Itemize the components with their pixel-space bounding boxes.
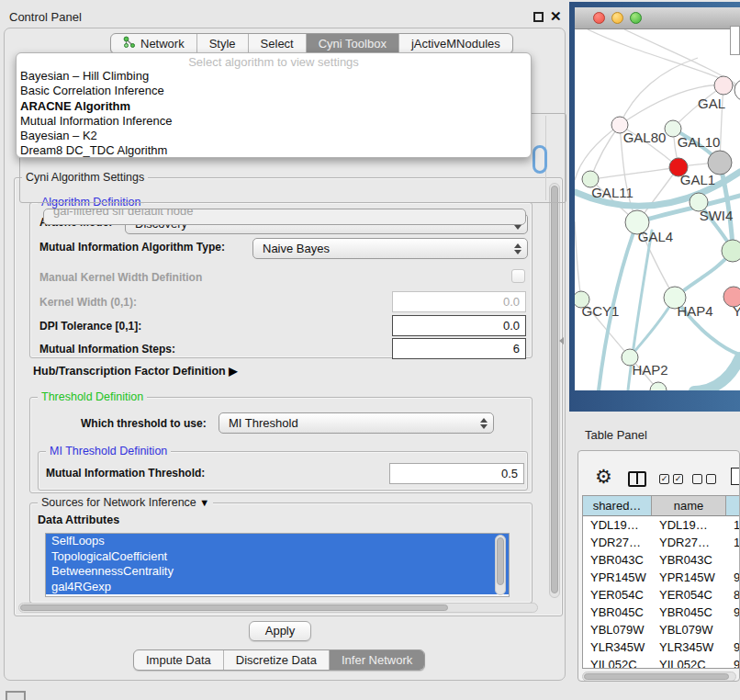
tab-network[interactable]: Network: [111, 34, 196, 53]
table-cell[interactable]: YDR27…: [652, 534, 726, 551]
table-cell[interactable]: YER054C: [652, 586, 726, 604]
table-cell[interactable]: YBR045C: [652, 604, 726, 621]
tab-impute-data[interactable]: Impute Data: [134, 650, 223, 670]
collapse-down-icon[interactable]: ▼: [199, 497, 209, 508]
table-cell[interactable]: YBL079W: [583, 621, 652, 638]
table-row[interactable]: YIL052CYIL052C9.: [583, 656, 740, 669]
table-cell[interactable]: YBL079W: [652, 621, 726, 638]
table-cell[interactable]: 9.: [726, 604, 740, 621]
tab-select[interactable]: Select: [248, 34, 306, 53]
attribute-item-selfloops[interactable]: SelfLoops: [46, 534, 509, 549]
settings-horizontal-scrollbar[interactable]: [18, 603, 538, 613]
network-window-titlebar[interactable]: [575, 7, 740, 29]
tab-cyni-toolbox[interactable]: Cyni Toolbox: [306, 34, 398, 53]
algorithm-option-aracne-algorithm[interactable]: ARACNE Algorithm: [17, 99, 531, 114]
page-icon[interactable]: [731, 468, 740, 485]
table-cell[interactable]: 12: [726, 534, 740, 551]
close-traffic-light-icon[interactable]: [593, 12, 605, 24]
table-row[interactable]: YBR043CYBR043C: [583, 551, 740, 569]
hub-definition-toggle[interactable]: Hub/Transcription Factor Definition ▶: [33, 365, 237, 378]
table-cell[interactable]: 9.: [726, 569, 740, 586]
kernel-width-field[interactable]: 0.0: [392, 291, 526, 312]
network-edge[interactable]: [590, 125, 620, 179]
table-cell[interactable]: YBR043C: [652, 551, 726, 569]
attribute-item-betweennesscentrality[interactable]: BetweennessCentrality: [46, 564, 509, 580]
attribute-item-topologicalcoefficient[interactable]: TopologicalCoefficient: [46, 549, 509, 565]
table-cell[interactable]: [726, 551, 740, 569]
column-header-shared[interactable]: shared…: [583, 496, 652, 516]
table-cell[interactable]: 13: [726, 516, 740, 534]
algorithm-option-bayesian-hill-climbing[interactable]: Bayesian – Hill Climbing: [17, 69, 531, 84]
table-cell[interactable]: 8.: [726, 586, 740, 604]
algorithm-option-dream8-dc-tdc-algorithm[interactable]: Dream8 DC_TDC Algorithm: [17, 143, 531, 158]
network-edge[interactable]: [590, 167, 678, 179]
network-edge[interactable]: [575, 125, 620, 180]
network-selector-combobox[interactable]: gal-filtered sif default node: [43, 209, 526, 225]
table-cell[interactable]: YDR27…: [583, 534, 652, 551]
expand-right-icon[interactable]: ▶: [229, 365, 237, 378]
deselect-all-icon[interactable]: [706, 474, 716, 484]
mi-steps-field[interactable]: 6: [392, 338, 526, 359]
column-header-name[interactable]: name: [652, 496, 726, 516]
table-cell[interactable]: YBR045C: [583, 604, 652, 621]
algorithm-option-bayesian-k2[interactable]: Bayesian – K2: [17, 129, 531, 143]
network-node-gal[interactable]: [714, 76, 733, 95]
minimized-panel-icon[interactable]: [6, 691, 26, 700]
table-row[interactable]: YBL079WYBL079W: [583, 621, 740, 638]
network-node[interactable]: [734, 79, 740, 101]
minimize-traffic-light-icon[interactable]: [611, 12, 623, 24]
network-node[interactable]: [722, 240, 740, 262]
table-row[interactable]: YPR145WYPR145W9.: [583, 569, 740, 586]
split-pane-collapse-icon[interactable]: [559, 337, 564, 344]
table-row[interactable]: YER054CYER054C8.: [583, 586, 740, 604]
sources-group-toggle[interactable]: Sources for Network Inference ▼: [38, 496, 213, 509]
float-window-icon[interactable]: [533, 12, 544, 22]
table-cell[interactable]: [726, 621, 740, 638]
table-cell[interactable]: 9.: [726, 656, 740, 669]
gear-icon[interactable]: ⚙: [595, 466, 612, 488]
split-columns-icon[interactable]: [628, 471, 646, 487]
table-row[interactable]: YDR27…YDR27…12: [583, 534, 740, 551]
table-cell[interactable]: YIL052C: [583, 656, 652, 669]
attribute-list-scrollbar[interactable]: [495, 535, 506, 595]
table-horizontal-scrollbar[interactable]: [582, 672, 736, 682]
select-all-icon[interactable]: ✓: [659, 474, 669, 484]
settings-vertical-scrollbar[interactable]: [549, 183, 560, 598]
table-cell[interactable]: YDL19…: [583, 516, 652, 534]
deselect-all-icon[interactable]: [692, 474, 702, 484]
table-cell[interactable]: YDL19…: [652, 516, 726, 534]
table-cell[interactable]: YPR145W: [583, 569, 652, 586]
table-cell[interactable]: YER054C: [583, 586, 652, 604]
tab-infer-network[interactable]: Infer Network: [329, 650, 424, 670]
table-row[interactable]: YLR345WYLR345W9.: [583, 638, 740, 656]
manual-kernel-checkbox[interactable]: [511, 269, 525, 283]
network-canvas[interactable]: GALGAL80GAL10GAL1GAL11SWI4GAL4GCY1HAP4YH…: [575, 29, 740, 390]
table-row[interactable]: YBR045CYBR045C9.: [583, 604, 740, 621]
tab-style[interactable]: Style: [196, 34, 248, 53]
zoom-traffic-light-icon[interactable]: [630, 12, 642, 24]
dpi-tolerance-field[interactable]: 0.0: [392, 315, 526, 336]
table-cell[interactable]: 9.: [726, 638, 740, 656]
which-threshold-combobox[interactable]: MI Threshold: [219, 412, 494, 434]
network-edge[interactable]: [575, 221, 581, 299]
column-header-a[interactable]: A: [726, 496, 740, 516]
select-all-icon[interactable]: ✓: [673, 474, 683, 484]
tab-jactivemnodules[interactable]: jActiveMNodules: [398, 34, 512, 53]
focused-combobox-fragment[interactable]: [533, 145, 547, 174]
apply-button[interactable]: Apply: [249, 621, 311, 641]
tab-discretize-data[interactable]: Discretize Data: [223, 650, 329, 670]
table-cell[interactable]: YPR145W: [652, 569, 726, 586]
algorithm-option-basic-correlation-inference[interactable]: Basic Correlation Inference: [17, 84, 531, 98]
table-cell[interactable]: YIL052C: [652, 656, 726, 669]
close-icon[interactable]: ✕: [550, 8, 562, 25]
network-view-window[interactable]: GALGAL80GAL10GAL1GAL11SWI4GAL4GCY1HAP4YH…: [569, 2, 740, 412]
algorithm-option-mutual-information-inference[interactable]: Mutual Information Inference: [17, 114, 531, 129]
network-edge[interactable]: [694, 357, 740, 390]
table-row[interactable]: YDL19…YDL19…13: [583, 516, 740, 534]
mi-type-combobox[interactable]: Naive Bayes: [252, 238, 528, 259]
table-cell[interactable]: YLR345W: [583, 638, 652, 656]
attribute-item-gal4rgexp[interactable]: gal4RGexp: [46, 580, 509, 595]
mi-threshold-field[interactable]: 0.5: [389, 463, 524, 484]
table-cell[interactable]: YBR043C: [583, 551, 652, 569]
table-cell[interactable]: YLR345W: [652, 638, 726, 656]
